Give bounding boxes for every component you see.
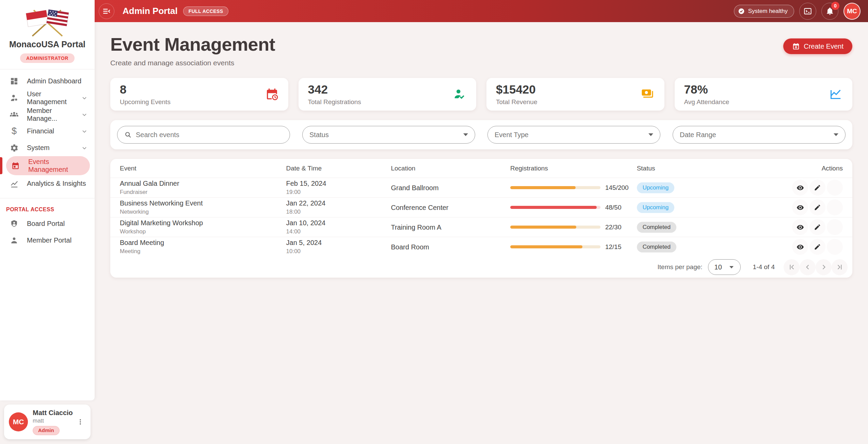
column-header-event: Event [120,165,286,172]
sidebar-item-member-portal[interactable]: Member Portal [0,232,95,249]
person-icon [10,236,19,245]
chevron-down-icon [81,128,88,135]
sidebar-item-user-management[interactable]: User Management [0,89,95,106]
first-page-icon [788,263,796,271]
table-header-row: Event Date & Time Location Registrations… [110,159,852,178]
date-range-filter-dropdown[interactable]: Date Range [673,126,846,144]
previous-page-button[interactable] [800,259,816,275]
kebab-icon [77,418,84,426]
notifications-button[interactable]: 0 [821,3,838,20]
event-category: Networking [120,208,286,216]
pencil-icon [814,204,821,211]
delete-event-button[interactable] [827,180,843,196]
edit-event-button[interactable] [809,199,825,215]
registration-progress [510,186,600,189]
trend-chart-icon [829,87,843,101]
items-per-page-label: Items per page: [658,263,703,271]
stat-card-total-registrations: 342 Total Registrations [299,78,477,111]
menu-toggle-button[interactable] [99,3,114,19]
sidebar-item-system[interactable]: System [0,139,95,156]
registration-count: 48/50 [605,204,622,211]
event-location: Training Room A [391,224,441,231]
edit-event-button[interactable] [809,219,825,235]
event-location: Grand Ballroom [391,184,438,192]
main-column: Admin Portal FULL ACCESS System healthy … [95,0,868,444]
view-event-button[interactable] [792,199,808,215]
sidebar-item-financial[interactable]: $ Financial [0,123,95,139]
registration-count: 22/30 [605,224,622,231]
event-type-filter-dropdown[interactable]: Event Type [487,126,660,144]
status-filter-dropdown[interactable]: Status [302,126,475,144]
sidebar-item-events-management[interactable]: Events Management [0,156,95,175]
last-page-button[interactable] [832,259,848,275]
role-badge: ADMINISTRATOR [20,53,75,63]
event-date: Jan 10, 2024 [286,218,391,227]
event-name: Board Meeting [120,238,286,247]
status-badge: Upcoming [637,202,675,213]
chevron-left-icon [804,263,812,271]
chevron-down-icon [81,111,88,118]
view-event-button[interactable] [792,180,808,196]
registration-progress [510,245,600,248]
sidebar-item-board-portal[interactable]: Board Portal [0,215,95,232]
dashboard-icon [10,77,19,86]
notification-count-badge: 0 [831,2,839,10]
table-row: Digital Marketing Workshop Workshop Jan … [110,217,852,237]
stat-card-total-revenue: $15420 Total Revenue [486,78,664,111]
sidebar-item-label: Analytics & Insights [27,180,86,187]
search-input[interactable] [136,131,283,139]
edit-event-button[interactable] [809,180,825,196]
view-event-button[interactable] [792,239,808,255]
first-page-button[interactable] [784,259,800,275]
person-check-icon [453,87,467,101]
event-name: Digital Marketing Workshop [120,218,286,227]
search-events-field[interactable] [117,126,290,144]
dropdown-arrow-icon [834,133,838,136]
user-card: MC Matt Ciaccio matt Admin [4,405,91,439]
sidebar-item-admin-dashboard[interactable]: Admin Dashboard [0,73,95,89]
delete-event-button[interactable] [827,219,843,235]
sidebar: MonacoUSA Portal ADMINISTRATOR Admin Das… [0,0,95,444]
sidebar-nav: Admin Dashboard User Management Member M… [0,71,95,192]
sidebar-item-analytics-insights[interactable]: Analytics & Insights [0,175,95,192]
table-paginator: Items per page: 10 1-4 of 4 [110,257,852,278]
edit-event-button[interactable] [809,239,825,255]
menu-open-icon [102,7,111,16]
sidebar-panel: MonacoUSA Portal ADMINISTRATOR Admin Das… [0,0,95,400]
view-event-button[interactable] [792,219,808,235]
dropdown-arrow-icon [729,266,734,268]
stat-value: 8 [120,83,171,96]
terminal-button[interactable] [799,3,816,20]
registration-count: 12/15 [605,243,622,251]
table-row: Board Meeting Meeting Jan 5, 2024 10:00 … [110,237,852,257]
top-header: Admin Portal FULL ACCESS System healthy … [95,0,868,22]
delete-event-button[interactable] [827,239,843,255]
date-range-filter-label: Date Range [680,131,716,139]
active-indicator [0,157,2,174]
sidebar-item-label: Board Portal [27,220,65,228]
check-circle-icon [738,7,745,15]
terminal-icon [803,7,812,16]
pencil-icon [814,243,821,250]
payments-icon [641,87,655,101]
status-badge: Completed [637,242,676,252]
user-role-badge: Admin [33,426,60,435]
access-badge: FULL ACCESS [183,6,229,16]
items-per-page-select[interactable]: 10 [708,259,741,275]
eye-icon [797,224,804,231]
sidebar-item-label: User Management [27,90,81,106]
divider [0,198,95,198]
divider [0,69,95,69]
event-location: Conference Center [391,204,448,211]
next-page-button[interactable] [816,259,832,275]
last-page-icon [836,263,844,271]
system-status-badge: System healthy [734,5,794,18]
sidebar-item-member-management[interactable]: Member Manage... [0,106,95,123]
header-avatar[interactable]: MC [843,3,861,20]
table-row: Annual Gala Dinner Fundraiser Feb 15, 20… [110,178,852,197]
portal-access-label: PORTAL ACCESS [0,200,95,215]
user-menu-button[interactable] [74,416,86,428]
delete-event-button[interactable] [827,199,843,215]
eye-icon [797,184,804,192]
create-event-button[interactable]: Create Event [783,38,852,54]
